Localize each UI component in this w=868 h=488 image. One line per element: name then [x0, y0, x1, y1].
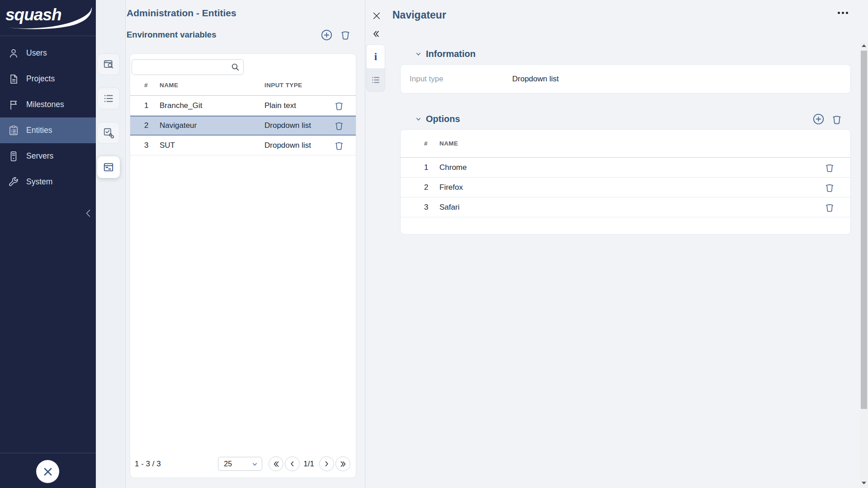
- sidebar-item-label: Users: [26, 48, 47, 58]
- row-num: 1: [424, 163, 439, 172]
- environment-history-button[interactable]: [97, 53, 120, 75]
- sidebar-item-projects[interactable]: Projects: [0, 66, 96, 92]
- detail-title: Navigateur: [392, 9, 446, 21]
- input-type-value[interactable]: Dropdown list: [512, 75, 559, 84]
- sidebar-item-label: Projects: [26, 74, 55, 84]
- table-row[interactable]: 1 Branche_Git Plain text: [130, 96, 356, 116]
- delete-row-button[interactable]: [333, 101, 345, 111]
- delete-option-row-button[interactable]: [824, 163, 835, 173]
- tab-options[interactable]: [367, 68, 385, 92]
- sidebar-item-system[interactable]: System: [0, 169, 96, 195]
- delete-row-button[interactable]: [333, 121, 345, 131]
- environment-variables-panel: Administration - Entities Environment va…: [126, 0, 365, 488]
- row-num: 1: [144, 101, 160, 110]
- option-row[interactable]: 2 Firefox: [401, 178, 850, 197]
- row-name: Branche_Git: [160, 101, 264, 110]
- scrollbar-thumb[interactable]: [861, 51, 867, 409]
- options-table-card: # NAME 1 Chrome 2 Firefox: [400, 129, 851, 235]
- trash-icon: [825, 163, 835, 173]
- previous-page-button[interactable]: [285, 456, 300, 471]
- delete-variable-button[interactable]: [340, 29, 351, 40]
- row-num: 2: [144, 121, 160, 130]
- environment-variables-table-card: # NAME INPUT TYPE 1 Branche_Git Plain te…: [130, 53, 356, 478]
- scroll-down-button[interactable]: [860, 478, 868, 488]
- close-icon: [42, 466, 54, 478]
- trash-icon: [334, 141, 344, 150]
- search-field: [132, 59, 244, 75]
- linked-requirements-button[interactable]: [97, 122, 120, 144]
- environment-variables-button[interactable]: [97, 156, 120, 178]
- col-num: #: [424, 140, 439, 147]
- information-heading: Information: [426, 49, 476, 59]
- last-page-button[interactable]: [335, 456, 350, 471]
- clipboard-icon: [8, 125, 19, 136]
- detail-tabstrip: i: [366, 44, 385, 92]
- flag-icon: [8, 99, 19, 111]
- sidebar-item-milestones[interactable]: Milestones: [0, 92, 96, 117]
- options-heading: Options: [426, 114, 460, 124]
- row-num: 3: [424, 203, 439, 212]
- scroll-up-button[interactable]: [860, 41, 868, 51]
- detail-collapse-button[interactable]: [372, 28, 383, 40]
- sidebar-close-button[interactable]: [36, 460, 59, 483]
- chevron-down-icon[interactable]: [415, 51, 422, 57]
- double-chevron-right-icon: [340, 460, 347, 468]
- table-row[interactable]: 3 SUT Dropdown list: [130, 136, 356, 155]
- first-page-button[interactable]: [269, 456, 283, 471]
- more-options-button[interactable]: [838, 12, 848, 14]
- delete-option-button[interactable]: [831, 114, 842, 125]
- trash-icon: [340, 29, 351, 40]
- sidebar-item-users[interactable]: Users: [0, 40, 96, 66]
- section-header: Environment variables: [127, 28, 357, 42]
- option-row[interactable]: 3 Safari: [401, 197, 850, 217]
- info-icon: i: [374, 52, 377, 62]
- row-input-type: Dropdown list: [264, 141, 333, 150]
- search-icon: [231, 62, 240, 72]
- sidebar-item-entities[interactable]: Entities: [0, 117, 96, 143]
- plus-circle-icon: [812, 113, 825, 125]
- detail-close-button[interactable]: [372, 10, 383, 22]
- trash-icon: [831, 114, 842, 125]
- triangle-down-icon: [862, 482, 866, 484]
- checkbox-link-icon: [103, 127, 114, 139]
- sidebar-item-servers[interactable]: Servers: [0, 143, 96, 169]
- chevron-down-icon[interactable]: [415, 116, 422, 122]
- add-option-button[interactable]: [812, 113, 825, 125]
- delete-option-row-button[interactable]: [824, 202, 835, 212]
- sidebar-item-label: Milestones: [26, 100, 64, 109]
- trash-icon: [825, 183, 835, 192]
- chevron-down-icon: [252, 461, 258, 467]
- search-input[interactable]: [132, 59, 244, 75]
- add-variable-button[interactable]: [321, 29, 333, 41]
- user-icon: [8, 47, 19, 59]
- col-num: #: [144, 82, 160, 89]
- row-input-type: Plain text: [264, 101, 333, 110]
- vertical-scrollbar[interactable]: [860, 41, 868, 488]
- squash-logo[interactable]: squash: [0, 0, 96, 32]
- pagination-bar: 1 - 3 / 3 25 1/1: [130, 456, 356, 471]
- document-icon: [8, 73, 19, 85]
- sidebar-collapse-button[interactable]: [83, 207, 95, 220]
- lists-button[interactable]: [97, 88, 120, 109]
- sidebar-footer: [0, 453, 96, 488]
- chevron-left-icon: [289, 460, 296, 467]
- calendar-search-icon: [103, 58, 114, 70]
- pagination-range: 1 - 3 / 3: [135, 460, 161, 469]
- sidebar-item-label: Entities: [26, 126, 52, 135]
- row-input-type: Dropdown list: [264, 121, 333, 130]
- sidebar-item-label: Servers: [26, 151, 53, 161]
- options-section-header: Options: [400, 109, 851, 129]
- page-size-select[interactable]: 25: [218, 457, 262, 471]
- tab-information[interactable]: i: [367, 45, 385, 68]
- table-row-selected[interactable]: 2 Navigateur Dropdown list: [130, 116, 356, 136]
- trash-icon: [334, 121, 344, 131]
- section-title: Environment variables: [127, 30, 216, 40]
- options-table-header: # NAME: [401, 130, 850, 158]
- server-icon: [8, 150, 19, 162]
- next-page-button[interactable]: [319, 456, 334, 471]
- delete-option-row-button[interactable]: [824, 183, 835, 192]
- plus-circle-icon: [321, 29, 333, 41]
- double-chevron-left-icon: [372, 29, 381, 38]
- delete-row-button[interactable]: [333, 141, 345, 150]
- option-row[interactable]: 1 Chrome: [401, 158, 850, 178]
